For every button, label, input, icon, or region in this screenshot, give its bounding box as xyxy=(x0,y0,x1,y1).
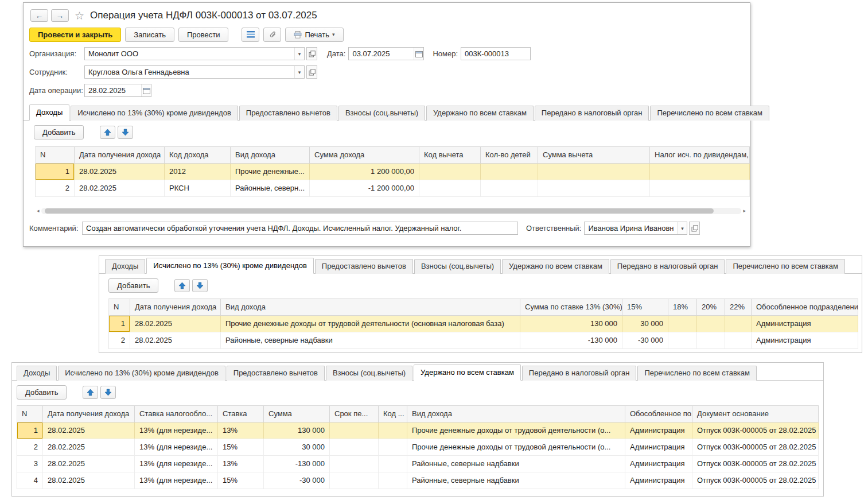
cell[interactable]: 130 000 xyxy=(264,423,330,439)
tab-7[interactable]: Перечислено по всем ставкам xyxy=(726,259,844,274)
cell[interactable]: 13% (для нерезиде... xyxy=(135,423,218,439)
scroll-right-icon[interactable]: ▸ xyxy=(741,207,748,214)
cell[interactable]: 13% xyxy=(218,423,264,439)
cell[interactable]: Администрация xyxy=(625,456,692,472)
cell[interactable]: -130 000 xyxy=(520,332,622,348)
tab-6[interactable]: Передано в налоговый орган xyxy=(610,259,725,274)
cell[interactable] xyxy=(481,164,538,180)
add-row-button[interactable]: Добавить xyxy=(34,125,84,139)
table-row[interactable]: 228.02.202513% (для нерезиде...15%30 000… xyxy=(17,439,819,456)
table-row[interactable]: 128.02.20252012Прочие денежные...1 200 0… xyxy=(36,164,750,180)
organization-open-button[interactable] xyxy=(306,47,317,60)
cell[interactable]: Прочие денежные доходы от трудовой деяте… xyxy=(221,316,520,332)
cell[interactable]: Администрация xyxy=(625,439,692,455)
tab-7[interactable]: Перечислено по всем ставкам xyxy=(650,106,769,121)
cell[interactable]: 13% (для нерезиде... xyxy=(135,439,218,455)
cell[interactable] xyxy=(379,456,407,472)
cell[interactable] xyxy=(697,316,725,332)
move-up-button[interactable] xyxy=(174,279,190,292)
tab-3[interactable]: Предоставлено вычетов xyxy=(227,366,325,381)
cell[interactable] xyxy=(330,439,379,455)
cell[interactable]: Администрация xyxy=(752,332,858,348)
tab-5[interactable]: Удержано по всем ставкам xyxy=(502,259,609,274)
cell[interactable]: Отпуск 003К-000005 от 28.02.2025 xyxy=(692,423,819,439)
cell[interactable]: 2012 xyxy=(165,164,231,180)
cell[interactable]: 2 xyxy=(36,180,75,196)
cell[interactable]: Отпуск 003К-000005 от 28.02.2025 xyxy=(692,456,819,472)
tab-5[interactable]: Удержано по всем ставкам xyxy=(414,365,521,381)
cell[interactable]: Районные, северн... xyxy=(231,180,310,196)
tab-1[interactable]: Доходы xyxy=(29,104,69,121)
tab-3[interactable]: Предоставлено вычетов xyxy=(239,106,337,121)
cell[interactable]: 15% xyxy=(218,439,264,455)
move-down-button[interactable] xyxy=(118,126,133,139)
cell[interactable]: 28.02.2025 xyxy=(75,180,165,196)
tab-3[interactable]: Предоставлено вычетов xyxy=(315,259,413,274)
table-row[interactable]: 228.02.2025Районные, северные надбавки-1… xyxy=(109,332,858,349)
employee-input[interactable] xyxy=(85,66,294,78)
cell[interactable]: 1 200 000,00 xyxy=(310,164,419,180)
date-input[interactable] xyxy=(349,48,414,60)
cell[interactable] xyxy=(538,164,650,180)
table-row[interactable]: 128.02.202513% (для нерезиде...13%130 00… xyxy=(17,423,819,439)
cell[interactable]: РКСН xyxy=(165,180,231,196)
cell[interactable]: -1 200 000,00 xyxy=(310,180,419,196)
add-row-button[interactable]: Добавить xyxy=(108,278,158,293)
cell[interactable]: Прочие денежные доходы от трудовой деяте… xyxy=(407,439,625,455)
organization-input[interactable] xyxy=(85,48,294,60)
cell[interactable] xyxy=(650,164,750,180)
back-button[interactable]: ← xyxy=(30,9,48,22)
cell[interactable] xyxy=(330,456,379,472)
tab-2[interactable]: Исчислено по 13% (30%) кроме дивидендов xyxy=(146,258,314,274)
cell[interactable]: 15% xyxy=(218,472,264,489)
favorite-star-icon[interactable]: ☆ xyxy=(75,9,84,22)
tab-4[interactable]: Взносы (соц.вычеты) xyxy=(326,366,412,381)
attachments-button[interactable] xyxy=(263,28,281,42)
print-button[interactable]: Печать ▾ xyxy=(285,28,343,42)
tab-4[interactable]: Взносы (соц.вычеты) xyxy=(338,106,425,121)
tab-4[interactable]: Взносы (соц.вычеты) xyxy=(414,259,501,274)
cell[interactable]: 28.02.2025 xyxy=(130,332,221,348)
cell[interactable] xyxy=(697,332,725,348)
cell[interactable]: -30 000 xyxy=(622,332,668,348)
table-row[interactable]: 328.02.202513% (для нерезиде...13%-130 0… xyxy=(17,456,819,472)
cell[interactable]: Прочие денежные... xyxy=(231,164,310,180)
responsible-input[interactable] xyxy=(585,222,677,234)
scrollbar-thumb[interactable] xyxy=(45,208,714,214)
employee-dropdown-icon[interactable]: ▾ xyxy=(294,66,304,78)
organization-dropdown-icon[interactable]: ▾ xyxy=(294,48,304,60)
cell[interactable] xyxy=(379,423,407,439)
operation-date-input[interactable] xyxy=(85,84,141,96)
cell[interactable] xyxy=(725,332,752,348)
table-row[interactable]: 228.02.2025РКСНРайонные, северн...-1 200… xyxy=(36,180,750,197)
post-button[interactable]: Провести xyxy=(178,28,229,42)
cell[interactable] xyxy=(379,472,407,489)
cell[interactable] xyxy=(379,439,407,455)
move-up-button[interactable] xyxy=(83,386,98,399)
calendar-icon[interactable] xyxy=(141,84,151,96)
scroll-left-icon[interactable]: ◂ xyxy=(35,207,41,214)
cell[interactable] xyxy=(330,423,379,439)
save-button[interactable]: Записать xyxy=(125,28,174,42)
responsible-dropdown-icon[interactable]: ▾ xyxy=(677,222,687,234)
cell[interactable]: 28.02.2025 xyxy=(43,472,135,489)
move-down-button[interactable] xyxy=(192,279,208,292)
cell[interactable] xyxy=(538,180,650,196)
cell[interactable] xyxy=(330,472,379,489)
cell[interactable]: Администрация xyxy=(752,316,858,332)
cell[interactable] xyxy=(668,332,697,348)
cell[interactable]: 28.02.2025 xyxy=(43,439,135,455)
cell[interactable]: 13% (для нерезиде... xyxy=(135,456,218,472)
cell[interactable]: 13% (для нерезиде... xyxy=(135,472,218,489)
cell[interactable]: 28.02.2025 xyxy=(130,316,221,332)
cell[interactable]: 28.02.2025 xyxy=(43,423,135,439)
responsible-open-button[interactable] xyxy=(689,222,700,235)
post-and-close-button[interactable]: Провести и закрыть xyxy=(29,28,121,42)
cell[interactable]: Прочие денежные доходы от трудовой деяте… xyxy=(407,423,625,439)
tab-1[interactable]: Доходы xyxy=(17,366,57,381)
cell[interactable]: 30 000 xyxy=(622,316,668,332)
table-row[interactable]: 428.02.202513% (для нерезиде...15%-30 00… xyxy=(17,472,819,489)
tab-7[interactable]: Перечислено по всем ставкам xyxy=(637,366,756,381)
scrollbar-track[interactable] xyxy=(41,208,742,214)
cell[interactable] xyxy=(668,316,697,332)
